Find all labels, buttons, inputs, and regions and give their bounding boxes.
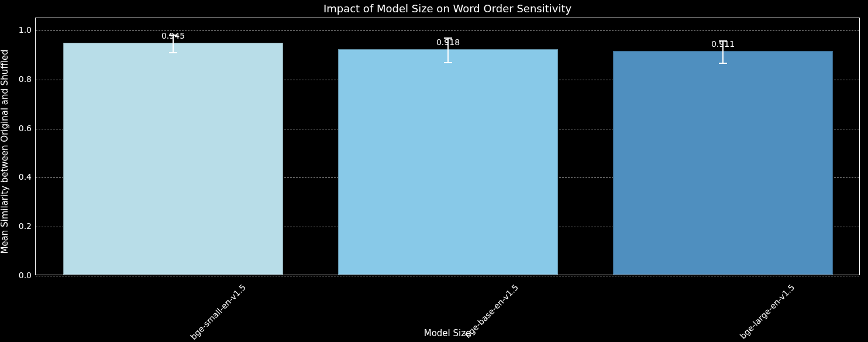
error-bar-cap <box>169 35 177 36</box>
x-axis-label: Model Size <box>35 328 860 338</box>
error-bar <box>173 35 174 52</box>
ytick-label: 0.4 <box>8 172 32 182</box>
error-bar <box>722 41 724 63</box>
error-bar-cap <box>444 62 452 63</box>
ytick-label: 0.2 <box>8 221 32 231</box>
plot-area-container: 0.9450.9180.911 <box>35 18 860 275</box>
gridline <box>36 276 859 276</box>
bar <box>338 49 558 275</box>
error-bar <box>447 38 449 63</box>
plot-area: 0.9450.9180.911 <box>35 18 860 275</box>
ytick-label: 1.0 <box>8 25 32 35</box>
error-bar-cap <box>444 37 452 39</box>
error-bar-cap <box>169 52 177 53</box>
chart-title: Impact of Model Size on Word Order Sensi… <box>35 2 860 15</box>
ytick-label: 0.0 <box>8 271 32 280</box>
ytick-label: 0.6 <box>8 124 32 133</box>
bar <box>613 51 833 275</box>
gridline <box>36 30 859 31</box>
bar <box>63 43 283 275</box>
error-bar-cap <box>719 40 727 42</box>
ytick-label: 0.8 <box>8 74 32 84</box>
error-bar-cap <box>719 63 727 64</box>
